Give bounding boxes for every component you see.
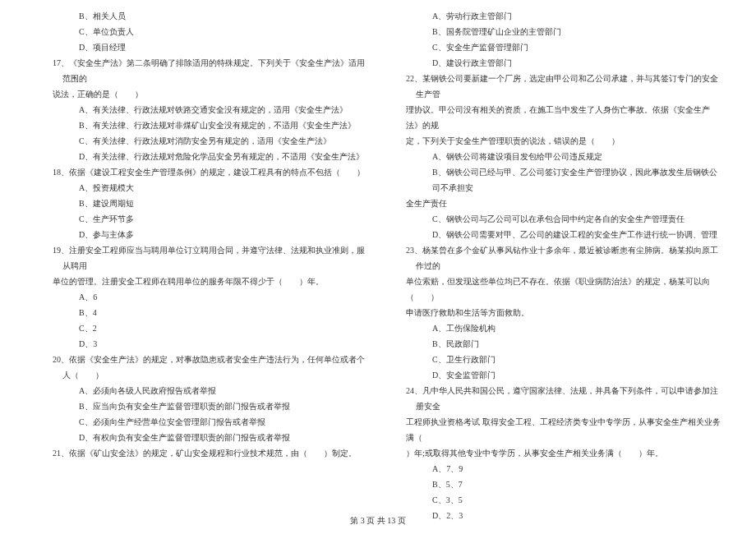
- q23-stem: 23、杨某曾在多个金矿从事风钻作业十多余年，最近被诊断患有尘肺病。杨某拟向原工作…: [386, 242, 723, 274]
- q17-stem-cont: 说法，正确的是（ ）: [33, 86, 370, 102]
- q22-option-d: D、钢铁公司需要对甲、乙公司的建设工程的安全生产工作进行统一协调、管理: [386, 227, 723, 242]
- q22-option-b: B、钢铁公司已经与甲、乙公司签订安全生产管理协议，因此事故发生后钢铁公司不承担安: [386, 164, 723, 196]
- q22-stem: 22、某钢铁公司要新建一个厂房，选定由甲公司和乙公司承建，并与其签订专门的安全生…: [386, 71, 723, 102]
- q22-stem-cont1: 理协议。甲公司没有相关的资质，在施工当中发生了人身伤亡事故。依据《安全生产法》的…: [386, 102, 723, 133]
- q23-option-d: D、安全监管部门: [386, 367, 723, 383]
- q19-stem: 19、注册安全工程师应当与聘用单位订立聘用合同，并遵守法律、法规和执业准则，服从…: [33, 242, 370, 274]
- q17-option-c: C、有关法律、行政法规对消防安全另有规定的，适用《安全生产法》: [33, 133, 370, 149]
- q24-stem-cont1: 工程师执业资格考试 取得安全工程、工程经济类专业中专学历，从事安全生产相关业务满…: [386, 414, 723, 445]
- q18-option-a: A、投资规模大: [33, 180, 370, 196]
- q17-option-a: A、有关法律、行政法规对铁路交通安全没有规定的，适用《安全生产法》: [33, 102, 370, 117]
- q23-option-a: A、工伤保险机构: [386, 320, 723, 336]
- q21-option-b: B、国务院管理矿山企业的主管部门: [386, 24, 723, 39]
- q19-option-a: A、6: [33, 289, 370, 305]
- q24-option-a: A、7、9: [386, 461, 723, 476]
- q21-option-d: D、建设行政主管部门: [386, 55, 723, 71]
- q23-stem-cont1: 单位索赔，但发现这些单位均已不存在。依据《职业病防治法》的规定，杨某可以向（ ）: [386, 274, 723, 305]
- q17-stem: 17、《安全生产法》第二条明确了排除适用的特殊规定。下列关于《安全生产法》适用范…: [33, 55, 370, 86]
- q19-option-b: B、4: [33, 305, 370, 320]
- q18-option-b: B、建设周期短: [33, 196, 370, 211]
- q24-stem-cont2: ）年;或取得其他专业中专学历，从事安全生产相关业务满（ ）年。: [386, 445, 723, 461]
- q23-stem-cont2: 申请医疗救助和生活等方面救助。: [386, 305, 723, 320]
- q16-option-d: D、项目经理: [33, 39, 370, 55]
- q21-option-c: C、安全生产监督管理部门: [386, 39, 723, 55]
- q20-option-c: C、必须向生产经营单位安全管理部门报告或者举报: [33, 414, 370, 430]
- q19-option-c: C、2: [33, 320, 370, 336]
- q17-option-b: B、有关法律、行政法规对非煤矿山安全没有规定的，不适用《安全生产法》: [33, 117, 370, 133]
- left-column: B、相关人员 C、单位负责人 D、项目经理 17、《安全生产法》第二条明确了排除…: [25, 8, 378, 509]
- q22-option-a: A、钢铁公司将建设项目发包给甲公司违反规定: [386, 149, 723, 164]
- q22-option-c: C、钢铁公司与乙公司可以在承包合同中约定各自的安全生产管理责任: [386, 211, 723, 227]
- q16-option-b: B、相关人员: [33, 8, 370, 24]
- right-column: A、劳动行政主管部门 B、国务院管理矿山企业的主管部门 C、安全生产监督管理部门…: [378, 8, 731, 509]
- q22-option-b-cont: 全生产责任: [386, 196, 723, 211]
- q23-option-b: B、民政部门: [386, 336, 723, 352]
- q24-option-d: D、2、3: [386, 508, 723, 523]
- q24-option-b: B、5、7: [386, 476, 723, 492]
- exam-page: B、相关人员 C、单位负责人 D、项目经理 17、《安全生产法》第二条明确了排除…: [0, 0, 756, 509]
- q24-option-c: C、3、5: [386, 492, 723, 508]
- q20-stem: 20、依据《安全生产法》的规定，对事故隐患或者安全生产违法行为，任何单位或者个人…: [33, 352, 370, 383]
- q17-option-d: D、有关法律、行政法规对危险化学品安全另有规定的，不适用《安全生产法》: [33, 149, 370, 164]
- q20-option-a: A、必须向各级人民政府报告或者举报: [33, 383, 370, 398]
- q19-option-d: D、3: [33, 336, 370, 352]
- q23-option-c: C、卫生行政部门: [386, 352, 723, 367]
- q19-stem-cont: 单位的管理。注册安全工程师在聘用单位的服务年限不得少于（ ）年。: [33, 274, 370, 289]
- q18-stem: 18、依据《建设工程安全生产管理条例》的规定，建设工程具有的特点不包括（ ）: [33, 164, 370, 180]
- q21-option-a: A、劳动行政主管部门: [386, 8, 723, 24]
- q16-option-c: C、单位负责人: [33, 24, 370, 39]
- q18-option-d: D、参与主体多: [33, 227, 370, 242]
- q24-stem: 24、凡中华人民共和国公民，遵守国家法律、法规，并具备下列条件，可以申请参加注册…: [386, 383, 723, 414]
- q22-stem-cont2: 定，下列关于安全生产管理职责的说法，错误的是（ ）: [386, 133, 723, 149]
- q21-stem: 21、依据《矿山安全法》的规定，矿山安全规程和行业技术规范，由（ ）制定。: [33, 445, 370, 461]
- q18-option-c: C、生产环节多: [33, 211, 370, 227]
- q20-option-b: B、应当向负有安全生产监督管理职责的部门报告或者举报: [33, 398, 370, 414]
- q20-option-d: D、有权向负有安全生产监督管理职责的部门报告或者举报: [33, 430, 370, 445]
